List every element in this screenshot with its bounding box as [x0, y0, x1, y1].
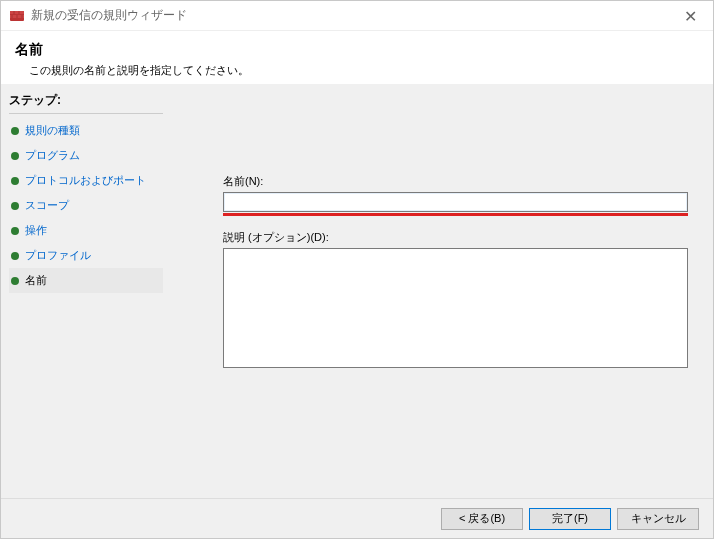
bullet-icon [11, 277, 19, 285]
back-button[interactable]: < 戻る(B) [441, 508, 523, 530]
description-textarea[interactable] [223, 248, 688, 368]
page-title: 名前 [15, 41, 699, 59]
step-label: 規則の種類 [25, 123, 80, 138]
bullet-icon [11, 127, 19, 135]
step-label: プログラム [25, 148, 80, 163]
bullet-icon [11, 152, 19, 160]
firewall-icon [9, 8, 25, 24]
bullet-icon [11, 177, 19, 185]
step-label: プロファイル [25, 248, 91, 263]
step-program[interactable]: プログラム [9, 143, 163, 168]
step-name[interactable]: 名前 [9, 268, 163, 293]
name-input[interactable] [223, 192, 688, 212]
wizard-header: 名前 この規則の名前と説明を指定してください。 [1, 31, 713, 89]
name-label: 名前(N): [223, 174, 688, 189]
bullet-icon [11, 252, 19, 260]
step-protocol-port[interactable]: プロトコルおよびポート [9, 168, 163, 193]
steps-heading: ステップ: [9, 90, 163, 114]
close-button[interactable]: ✕ [668, 1, 713, 31]
close-icon: ✕ [684, 7, 697, 26]
finish-button[interactable]: 完了(F) [529, 508, 611, 530]
highlight-underline [223, 213, 688, 216]
cancel-button[interactable]: キャンセル [617, 508, 699, 530]
step-rule-type[interactable]: 規則の種類 [9, 118, 163, 143]
steps-sidebar: ステップ: 規則の種類 プログラム プロトコルおよびポート スコープ 操作 プロ… [1, 84, 163, 498]
button-bar: < 戻る(B) 完了(F) キャンセル [1, 498, 713, 538]
svg-rect-1 [10, 11, 24, 14]
titlebar: 新規の受信の規則ウィザード ✕ [1, 1, 713, 31]
step-profile[interactable]: プロファイル [9, 243, 163, 268]
main-panel: 名前(N): 説明 (オプション)(D): [163, 84, 713, 498]
description-label: 説明 (オプション)(D): [223, 230, 688, 245]
step-scope[interactable]: スコープ [9, 193, 163, 218]
step-action[interactable]: 操作 [9, 218, 163, 243]
step-label: スコープ [25, 198, 69, 213]
bullet-icon [11, 202, 19, 210]
bullet-icon [11, 227, 19, 235]
step-label: 操作 [25, 223, 47, 238]
step-label: プロトコルおよびポート [25, 173, 146, 188]
page-subtitle: この規則の名前と説明を指定してください。 [15, 63, 699, 78]
step-label: 名前 [25, 273, 47, 288]
window-title: 新規の受信の規則ウィザード [31, 7, 187, 24]
content-area: ステップ: 規則の種類 プログラム プロトコルおよびポート スコープ 操作 プロ… [1, 84, 713, 498]
